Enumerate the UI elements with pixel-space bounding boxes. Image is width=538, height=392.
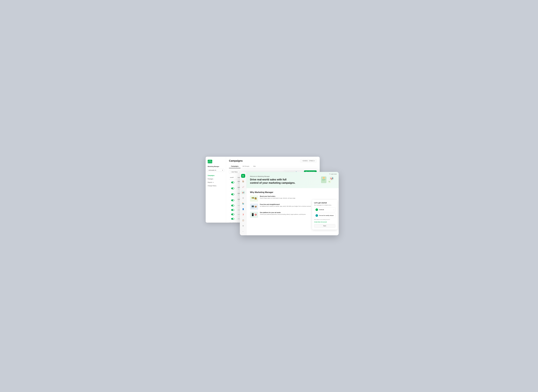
sidebar-nav: Campaigns Packages Reports ▾ Change Hist… (206, 174, 226, 221)
toggle-switch[interactable] (231, 193, 234, 195)
account-item-testgrab[interactable]: T TestGrab › (314, 207, 335, 212)
th-onoff: On/Off (229, 176, 237, 179)
sidebar-icon-help[interactable]: ❓ (241, 213, 245, 217)
sidebar-item-change-history[interactable]: Change History (206, 184, 226, 187)
feature-title-platform: One platform for your ad needs (260, 212, 306, 213)
chevron-right-icon: › (334, 215, 334, 216)
get-started-panel: Let's get started Run campaigns for mult… (312, 200, 337, 230)
sidebar-icon-people[interactable]: 👤 (241, 207, 245, 211)
add-filters-button[interactable]: + Add Filters (229, 170, 239, 173)
feature-title-fuss: Fuss-free and straightforward (260, 204, 311, 205)
toggle-switch[interactable] (231, 182, 234, 183)
tabs: Campaigns Ad Groups Ads (229, 164, 317, 168)
svg-point-1 (323, 177, 325, 179)
account-item-tim-test[interactable]: T Tim test for weekly release › (314, 213, 335, 218)
banner-svg: 📢 % (320, 175, 334, 185)
page-header: Campaigns + 01/03/21 - 27/05/21 ▾ (229, 159, 317, 162)
svg-text:🥗: 🥗 (251, 197, 255, 200)
toggle-switch[interactable] (231, 187, 234, 189)
toggle-switch[interactable] (231, 205, 234, 206)
svg-text:%: % (329, 181, 330, 183)
chevron-right-icon: › (334, 209, 334, 210)
date-range-button[interactable]: + 01/03/21 - 27/05/21 ▾ (300, 159, 317, 162)
why-title: Why Marketing Manager (250, 191, 335, 193)
chevron-down-icon: ▾ (213, 182, 213, 183)
welcome-text-area: Welcome to Marketing Manager Drive real-… (250, 176, 320, 184)
sidebar-icon-list[interactable]: ☰ (241, 196, 245, 200)
tab-ads[interactable]: Ads (251, 164, 258, 168)
toggle-cell (229, 181, 237, 184)
toggle-switch[interactable] (231, 218, 234, 220)
svg-rect-2 (322, 179, 325, 180)
feature-desc-platform: Choose your preferred placement, format … (260, 214, 306, 215)
feature-thumb-tech: 💻 📦 (250, 204, 258, 210)
sidebar-icon-back[interactable]: ← (241, 229, 245, 233)
marketing-manager-window: G 🏠 📈 📢 ☰ 🏪 👤 ❓ 📋 ⚙ ← Welcome to Marketi… (240, 172, 339, 235)
sidebar: Grab Merchant Marketing Manager McDonald… (206, 157, 226, 223)
get-started-subtitle: Run campaigns for multiple stores (314, 205, 335, 206)
edit-icon[interactable]: ✏ (238, 194, 240, 196)
feature-desc-food: Reach hungry eaters on Grab based on age… (260, 197, 296, 199)
front-sidebar: G 🏠 📈 📢 ☰ 🏪 👤 ❓ 📋 ⚙ ← (240, 172, 246, 235)
toggle-cell (229, 193, 237, 196)
sidebar-icon-copy[interactable]: 📋 (241, 219, 245, 222)
svg-text:📢: 📢 (330, 177, 333, 180)
page-title: Campaigns (229, 159, 243, 162)
sidebar-icon-store[interactable]: 🏪 (241, 202, 245, 205)
feature-text-fuss: Fuss-free and straightforward No additio… (260, 204, 311, 207)
edit-icon[interactable]: ✏ (238, 200, 240, 202)
welcome-label: Welcome to Marketing Manager (250, 176, 320, 177)
account-name-testgrab: TestGrab (319, 209, 324, 210)
sidebar-item-packages[interactable]: Packages (206, 177, 226, 181)
edit-icon[interactable]: ✏ (238, 182, 240, 184)
grab-logo: Grab Merchant (208, 160, 212, 163)
learn-more-link[interactable]: ⓘ Learn more (329, 173, 337, 175)
chevron-down-icon: ▾ (314, 160, 315, 162)
sidebar-item-reports[interactable]: Reports ▾ (206, 181, 226, 184)
create-new-ad-account-link[interactable]: Create New Ad account (314, 221, 327, 223)
banner-illustration: 📢 % (320, 175, 335, 185)
scene: Grab Merchant Marketing Manager McDonald… (206, 157, 332, 235)
account-name-tim: Tim test for weekly release (319, 215, 334, 216)
svg-rect-3 (322, 180, 325, 181)
svg-text:📱: 📱 (251, 213, 255, 216)
sidebar-item-campaigns[interactable]: Campaigns (206, 174, 226, 177)
welcome-banner: Welcome to Marketing Manager Drive real-… (246, 172, 339, 188)
tab-ad-groups[interactable]: Ad Groups (241, 164, 251, 168)
welcome-heading: Drive real-world sales with full control… (250, 178, 296, 184)
sidebar-icon-megaphone[interactable]: 📢 (241, 191, 245, 194)
back-button[interactable]: Back (314, 224, 335, 228)
edit-icon[interactable]: ✏ (238, 188, 240, 190)
svg-text:🎯: 🎯 (255, 214, 257, 216)
sidebar-icon-logo: G (241, 174, 245, 178)
svg-text:👩: 👩 (255, 197, 257, 200)
toggle-cell (229, 199, 237, 202)
sidebar-icon-chart[interactable]: 📈 (241, 185, 245, 189)
feature-thumb-food: 🥗 👩 (250, 196, 258, 202)
toggle-switch[interactable] (231, 214, 234, 215)
account-selector[interactable]: McDonalds SG ▾ (207, 169, 224, 172)
toggle-switch[interactable] (231, 209, 234, 211)
toggle-cell (229, 187, 237, 190)
sidebar-title: Marketing Manager (206, 165, 226, 169)
chevron-down-icon: ▾ (222, 170, 223, 171)
sidebar-icon-settings[interactable]: ⚙ (241, 224, 245, 228)
feature-text-platform: One platform for your ad needs Choose yo… (260, 212, 306, 215)
feature-text-food: Boost your food orders Reach hungry eate… (260, 196, 296, 199)
svg-text:💻: 💻 (251, 205, 255, 208)
tab-campaigns[interactable]: Campaigns (229, 164, 241, 168)
dont-want-text: Don't want to use existing account? (314, 219, 335, 220)
svg-text:📦: 📦 (255, 205, 257, 208)
feature-thumb-platform: 📱 🎯 (250, 212, 258, 218)
toggle-switch[interactable] (231, 199, 234, 201)
feature-title-food: Boost your food orders (260, 196, 296, 197)
get-started-title: Let's get started (314, 202, 335, 204)
account-avatar-testgrab: T (315, 208, 318, 211)
account-avatar-tim: T (315, 214, 318, 217)
sidebar-icon-home[interactable]: 🏠 (241, 180, 245, 183)
logo-area: Grab Merchant (206, 159, 226, 165)
feature-desc-fuss: No additional tech needed (no website, t… (260, 205, 311, 207)
